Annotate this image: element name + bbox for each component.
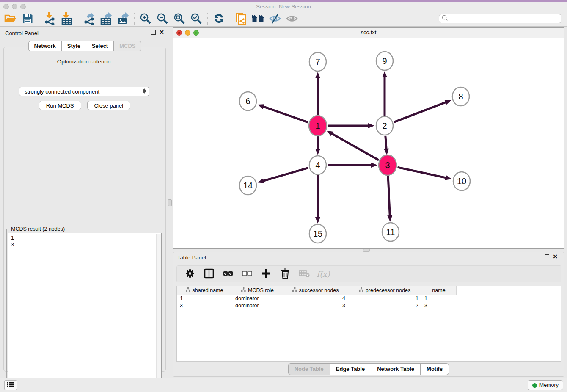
tab-mcds[interactable]: MCDS <box>114 41 141 51</box>
node-9[interactable]: 9 <box>376 52 393 70</box>
node-10[interactable]: 10 <box>453 172 470 190</box>
node-11[interactable]: 11 <box>382 223 399 241</box>
node-2[interactable]: 2 <box>376 116 393 135</box>
result-scrollbar[interactable] <box>156 234 161 387</box>
table-row[interactable]: 3dominator323 <box>177 302 561 309</box>
create-column-button[interactable] <box>261 268 272 280</box>
tab-edge-table[interactable]: Edge Table <box>330 363 371 375</box>
table-cell[interactable]: dominator <box>232 295 283 301</box>
zoom-fit-button[interactable] <box>172 12 187 26</box>
clone-network-button[interactable] <box>234 12 248 26</box>
column-header-name[interactable]: name <box>421 286 457 295</box>
tab-style[interactable]: Style <box>62 41 86 51</box>
table-cell[interactable]: 2 <box>348 303 421 309</box>
save-session-button[interactable] <box>20 12 35 26</box>
first-neighbors-button[interactable] <box>251 12 265 26</box>
edge-3-1[interactable] <box>327 131 379 160</box>
apply-layout-button[interactable] <box>212 12 226 26</box>
node-14[interactable]: 14 <box>239 176 256 195</box>
export-table-icon <box>100 12 112 26</box>
horizontal-splitter-grip[interactable] <box>363 249 370 252</box>
edge-2-8[interactable] <box>394 100 451 122</box>
close-table-panel-icon[interactable]: ✕ <box>553 254 558 259</box>
table-cell[interactable]: 3 <box>421 303 457 309</box>
table-cell[interactable]: 1 <box>177 295 232 301</box>
zoom-out-button[interactable] <box>155 12 170 26</box>
criterion-dropdown[interactable]: strongly connected component <box>19 87 149 96</box>
edge-4-14[interactable] <box>258 168 308 183</box>
zoom-in-button[interactable] <box>138 12 153 26</box>
control-panel-title: Control Panel <box>5 30 39 36</box>
open-file-button[interactable] <box>3 12 18 26</box>
edge-3-10[interactable] <box>397 167 451 180</box>
node-1[interactable]: 1 <box>309 116 327 136</box>
edge-4-15[interactable] <box>315 175 320 224</box>
table-cell[interactable]: dominator <box>232 303 283 309</box>
table-cell[interactable]: 1 <box>348 295 421 301</box>
tab-network[interactable]: Network <box>28 41 62 51</box>
deselect-all-button[interactable] <box>242 268 253 280</box>
table-settings-button[interactable] <box>184 268 195 280</box>
toolbar-separator <box>78 13 78 25</box>
close-panel-button[interactable]: Close panel <box>87 101 131 110</box>
delete-columns-button[interactable] <box>280 268 291 280</box>
zoom-selected-button[interactable] <box>189 12 204 26</box>
zoom-in-icon <box>140 13 151 26</box>
network-graph[interactable]: 7968124314101511 <box>173 38 564 248</box>
export-image-button[interactable] <box>116 12 130 26</box>
splitter-grip[interactable] <box>168 199 172 206</box>
delete-table-button[interactable] <box>299 268 310 280</box>
table-row[interactable]: 1dominator411 <box>177 295 561 302</box>
mcds-result-textarea[interactable]: 1 3 <box>8 233 162 388</box>
table-cell[interactable]: 3 <box>177 303 232 309</box>
edge-2-3[interactable] <box>384 136 389 155</box>
float-table-panel-icon[interactable] <box>545 254 549 259</box>
tab-network-table[interactable]: Network Table <box>371 363 421 375</box>
show-panels-button[interactable] <box>4 380 17 390</box>
function-builder-button[interactable]: f(x) <box>318 268 329 280</box>
column-header-MCDS-role[interactable]: MCDS role <box>232 286 283 295</box>
node-6[interactable]: 6 <box>239 92 256 110</box>
column-header-shared-name[interactable]: shared name <box>177 286 232 295</box>
edge-1-2[interactable] <box>328 123 374 128</box>
edge-3-11[interactable] <box>387 175 392 222</box>
show-columns-button[interactable] <box>204 268 215 280</box>
close-panel-icon[interactable]: ✕ <box>159 29 164 35</box>
node-table[interactable]: shared nameMCDS rolesuccessor nodesprede… <box>176 286 561 362</box>
search-input[interactable] <box>450 15 561 22</box>
node-7[interactable]: 7 <box>309 52 326 71</box>
select-all-button[interactable] <box>223 268 234 280</box>
memory-button[interactable]: Memory <box>528 380 563 390</box>
edge-1-7[interactable] <box>315 72 320 116</box>
export-network-button[interactable] <box>82 12 96 26</box>
export-table-button[interactable] <box>99 12 113 26</box>
float-panel-icon[interactable] <box>151 30 156 35</box>
column-header-successor-nodes[interactable]: successor nodes <box>283 286 348 295</box>
edge-2-9[interactable] <box>382 71 387 116</box>
vertical-splitter[interactable] <box>169 27 171 374</box>
table-cell[interactable]: 1 <box>421 295 457 301</box>
table-cell[interactable]: 4 <box>283 295 348 301</box>
import-table-button[interactable] <box>60 12 74 26</box>
column-header-predecessor-nodes[interactable]: predecessor nodes <box>348 286 421 295</box>
import-network-button[interactable] <box>43 12 57 26</box>
list-icon <box>7 382 14 389</box>
tab-select[interactable]: Select <box>86 41 114 51</box>
node-4[interactable]: 4 <box>309 156 326 174</box>
svg-text:2: 2 <box>382 121 387 130</box>
tab-node-table[interactable]: Node Table <box>288 363 330 375</box>
node-15[interactable]: 15 <box>309 224 326 243</box>
run-mcds-button[interactable]: Run MCDS <box>39 101 81 110</box>
tab-motifs[interactable]: Motifs <box>421 363 449 375</box>
table-cell[interactable]: 3 <box>283 303 348 309</box>
hide-selected-button[interactable] <box>268 12 282 26</box>
show-columns-icon <box>204 268 214 280</box>
edge-1-4[interactable] <box>315 136 320 155</box>
application-window: Session: New Session Control Panel <box>0 0 567 392</box>
edge-4-3[interactable] <box>328 163 377 168</box>
edge-1-6[interactable] <box>258 104 308 122</box>
node-3[interactable]: 3 <box>379 155 396 175</box>
node-8[interactable]: 8 <box>452 87 469 106</box>
network-canvas[interactable]: 7968124314101511 <box>173 38 564 248</box>
show-all-button[interactable] <box>285 12 299 26</box>
